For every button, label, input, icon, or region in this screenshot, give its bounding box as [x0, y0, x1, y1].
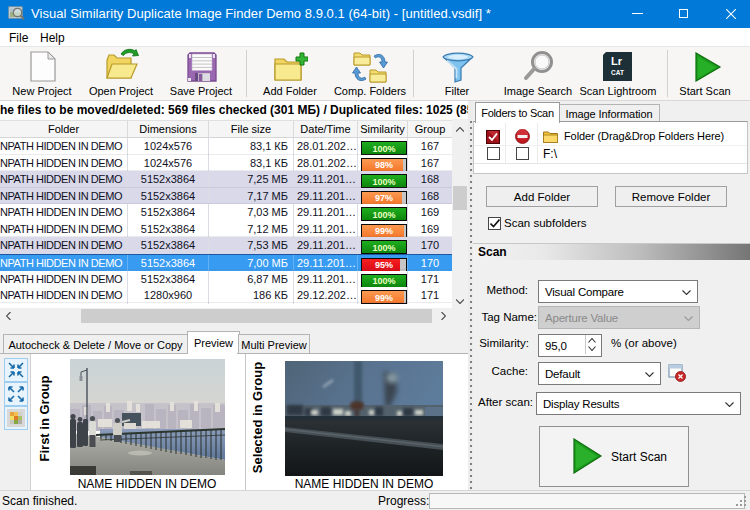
svg-text:CAT: CAT	[611, 69, 624, 76]
svg-text:Lr: Lr	[611, 55, 623, 67]
